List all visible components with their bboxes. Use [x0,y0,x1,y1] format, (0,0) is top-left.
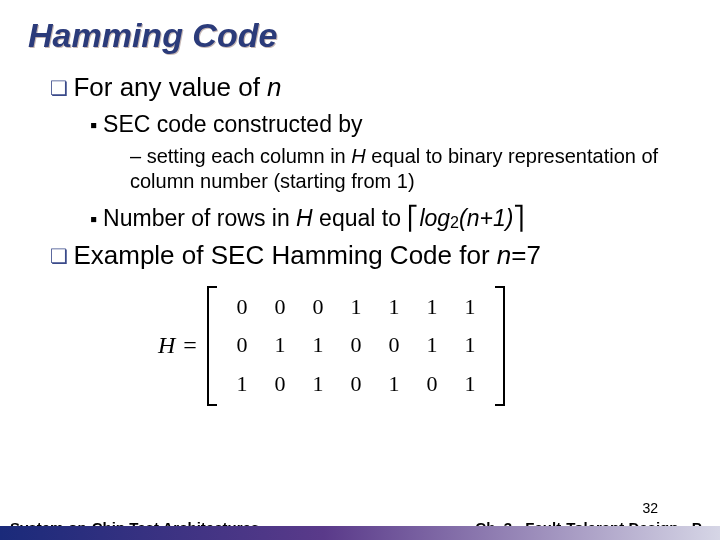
sub-2: 2 [450,213,459,231]
cell: 1 [299,371,337,397]
cell: 1 [413,294,451,320]
cell: 1 [375,294,413,320]
matrix-lhs: H [158,332,175,359]
matrix-row: 0001111 [223,294,489,320]
arg: (n+1) [459,205,513,231]
bullet-setting-column: setting each column in H equal to binary… [130,144,692,194]
cell: 0 [337,371,375,397]
cell: 1 [261,332,299,358]
text: Example of SEC Hamming Code for [73,240,496,270]
text: setting each column in [147,145,352,167]
equals-sign: = [183,332,197,359]
cell: 1 [299,332,337,358]
text: =7 [511,240,541,270]
matrix-body: 0001111 0110011 1010101 [217,288,495,404]
cell: 0 [223,332,261,358]
var-n: n [267,72,281,102]
matrix-equation: H = 0001111 0110011 1010101 [158,286,692,406]
var-H: H [296,205,313,231]
slide: Hamming Code For any value of n SEC code… [0,0,720,540]
ceil-left: ⎡ [407,205,419,231]
text: Number of rows in [103,205,296,231]
bracket-left [207,286,217,406]
cell: 1 [451,332,489,358]
cell: 1 [451,294,489,320]
text: equal to [313,205,408,231]
bracket-right [495,286,505,406]
ceil-right: ⎤ [513,205,525,231]
var-H: H [351,145,365,167]
text: SEC code constructed by [103,111,363,137]
bullet-example: Example of SEC Hamming Code for n=7 [50,239,692,272]
slide-title: Hamming Code [28,16,692,55]
cell: 0 [337,332,375,358]
bullet-num-rows: Number of rows in H equal to ⎡log2(n+1)⎤ [90,204,692,233]
cell: 1 [337,294,375,320]
cell: 0 [261,371,299,397]
log: log [419,205,450,231]
page-number: 32 [642,500,658,516]
cell: 0 [413,371,451,397]
cell: 1 [223,371,261,397]
cell: 1 [413,332,451,358]
var-n: n [497,240,511,270]
bullet-sec-constructed: SEC code constructed by [90,110,692,139]
cell: 0 [299,294,337,320]
text: For any value of [73,72,267,102]
bullet-for-any-n: For any value of n [50,71,692,104]
cell: 1 [451,371,489,397]
cell: 0 [261,294,299,320]
footer-band [0,526,720,540]
cell: 1 [375,371,413,397]
cell: 0 [223,294,261,320]
cell: 0 [375,332,413,358]
matrix-row: 1010101 [223,371,489,397]
matrix-row: 0110011 [223,332,489,358]
